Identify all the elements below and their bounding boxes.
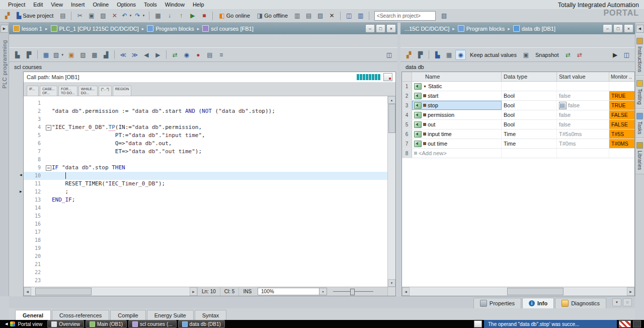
db-row-input-time[interactable]: 6input timeTimeT#5s0msT#5S [402,129,634,139]
db-row-permission[interactable]: 4permissionBoolfalseFALSE [402,110,634,120]
cell-monitor-value[interactable]: TRUE [609,101,634,110]
cell-name[interactable]: ▼Static [412,82,502,91]
subtab-syntax[interactable]: Syntax [195,310,227,320]
download-to-device-icon[interactable]: ↓ [164,11,175,21]
scroll-down-button[interactable]: ▼ [388,279,395,287]
hide-interface-icon[interactable]: ▛ [24,50,34,60]
load-start-values-icon[interactable]: ⇄ [574,50,585,60]
remove-cross-icon[interactable]: ✕ [327,11,337,21]
fold-toggle-icon[interactable] [46,125,51,130]
subtab-compile[interactable]: Compile [110,310,145,320]
code-line-10[interactable]: 10 [24,172,387,180]
horizontal-scroll-thumb[interactable] [35,288,92,295]
cell-name[interactable]: out time [412,139,502,148]
copy-snapshot-to-start-icon[interactable]: ⇄ [562,50,573,60]
vertical-scroll-thumb[interactable] [388,104,395,133]
cell-monitor-value[interactable]: T#0MS [609,139,634,148]
snippet-tab-for[interactable]: FOR...TO DO... [58,86,77,96]
db-row-out[interactable]: 5outBoolfalseFALSE [402,120,634,129]
reset-start-values-icon[interactable]: ▙ [432,50,443,60]
bookmark-icon[interactable]: ▟ [101,50,111,60]
db-scroll-right-button[interactable]: ▶ [627,287,634,296]
paste-icon[interactable]: ▨ [98,11,108,21]
db-row-out-time[interactable]: 7out timeTimeT#0msT#0MS [402,139,634,149]
stop-cpu-icon[interactable]: ■ [199,11,209,21]
snippet-tab-if[interactable]: IF... [27,86,39,96]
code-line-11[interactable]: 11 RESET_TIMER("IEC_Timer_0_DB"); [24,180,387,188]
portal-view-button[interactable]: ◀ Portal view [0,320,47,328]
online-diagnostics-icon[interactable]: ▥ [292,11,302,21]
save-project-button[interactable]: ▙Save project [14,11,56,20]
db-row-static[interactable]: 1▼Static [402,82,634,91]
code-line-3[interactable]: 3 [24,115,387,123]
snippet-tab-while[interactable]: WHILE...DO... [78,86,98,96]
cell-data-type[interactable] [502,149,557,158]
add-row-icon[interactable]: ▛ [415,50,426,60]
code-line-12[interactable]: 12 ; [24,188,387,196]
editor-close-button[interactable]: × [386,24,396,33]
comment-off-icon[interactable]: ▨ [77,50,88,60]
subtab-general[interactable]: General [15,310,51,320]
db-row-stop[interactable]: 3stopBoolfalseTRUE [402,101,634,110]
monitor-all-icon[interactable]: ◉ [455,50,466,60]
split-editor-vertical-icon[interactable]: ▥ [355,11,366,21]
subtab-cross-references[interactable]: Cross-references [52,310,109,320]
upload-from-device-icon[interactable]: ↑ [176,11,186,21]
code-line-7[interactable]: 7 ET=>"data db"."out time"); [24,148,387,156]
go-offline-button[interactable]: ◨Go offline [254,11,291,20]
cell-data-type[interactable]: Time [502,139,557,148]
expand-all-icon[interactable]: ▦ [444,50,454,60]
code-line-5[interactable]: 5 PT:="data db"."input time", [24,132,387,140]
db-minimize-button[interactable]: – [603,24,612,33]
code-line-6[interactable]: 6 Q=>"data db".out, [24,140,387,148]
taskbar-item-overview[interactable]: Overview [47,320,84,328]
update-block-calls-icon[interactable]: ⇄ [170,50,180,60]
column-header-start-value[interactable]: Start value [557,72,609,81]
menu-edit[interactable]: Edit [29,1,47,9]
subtab-energy-suite[interactable]: Energy Suite [147,310,194,320]
db-scroll-thumb[interactable] [507,288,564,295]
db-scroll-left-button[interactable]: ◀ [402,287,410,296]
accessible-devices-icon[interactable]: ▤ [303,11,314,21]
cell-monitor-value[interactable] [609,149,634,158]
cell-monitor-value[interactable] [609,82,634,91]
taskbar-item-scl-courses[interactable]: scl courses (... [128,320,176,328]
code-line-19[interactable]: 19 [24,244,387,252]
cell-name[interactable]: start [412,91,502,100]
menu-tools[interactable]: Tools [140,1,161,9]
breadcrumb-lesson-1[interactable]: lesson 1 [13,25,42,32]
editor-maximize-button[interactable]: □ [376,24,385,33]
call-environment-icon[interactable]: ▤ [204,50,215,60]
receive-alarms-icon[interactable]: ▧ [315,11,326,21]
horizontal-scrollbar[interactable]: ◀ ▶ [24,287,197,296]
cell-start-value[interactable]: T#0ms [557,139,609,148]
previous-position-icon[interactable]: ≪ [118,50,128,60]
code-line-20[interactable]: 20 [24,252,387,260]
code-line-14[interactable]: 14 [24,204,387,212]
breadcrumb-scl-courses-fb1[interactable]: scl courses [FB1] [202,25,253,32]
menu-project[interactable]: Project [4,1,29,9]
cell-monitor-value[interactable]: T#5S [609,129,634,139]
tab-info[interactable]: iInfo [522,298,554,308]
db-row-start[interactable]: 2startBoolfalseTRUE [402,91,634,101]
delete-icon[interactable]: ✕ [109,11,120,21]
go-online-button[interactable]: ◧Go online [216,11,253,20]
copy-icon[interactable]: ▣ [86,11,97,21]
zoom-slider[interactable] [333,289,373,294]
cell-start-value[interactable]: false [557,110,609,119]
declaration-view-icon[interactable]: ▦ [41,50,51,60]
vertical-scrollbar[interactable]: ▲ ▼ [387,96,395,287]
code-line-18[interactable]: 18 [24,236,387,244]
breadcrumb-plc-1-cpu-1215c-dc-dc-dc[interactable]: PLC_1 [CPU 1215C DC/DC/DC] [51,25,139,32]
cell-monitor-value[interactable]: FALSE [609,120,634,129]
cell-start-value[interactable]: false [557,120,609,129]
start-value-detail-button[interactable] [559,102,567,109]
keep-actual-values-toggle[interactable]: Keep actual values [467,51,520,59]
cell-start-value[interactable]: false [557,101,609,110]
menu-insert[interactable]: Insert [67,1,89,9]
split-editor-horizontal-icon[interactable]: ◫ [344,11,354,21]
compile-icon[interactable]: ▦ [152,11,163,21]
detail-view-icon[interactable]: ◫ [621,50,632,60]
code-line-1[interactable]: 1 [24,99,387,107]
new-project-icon[interactable]: ▞ [2,11,13,21]
